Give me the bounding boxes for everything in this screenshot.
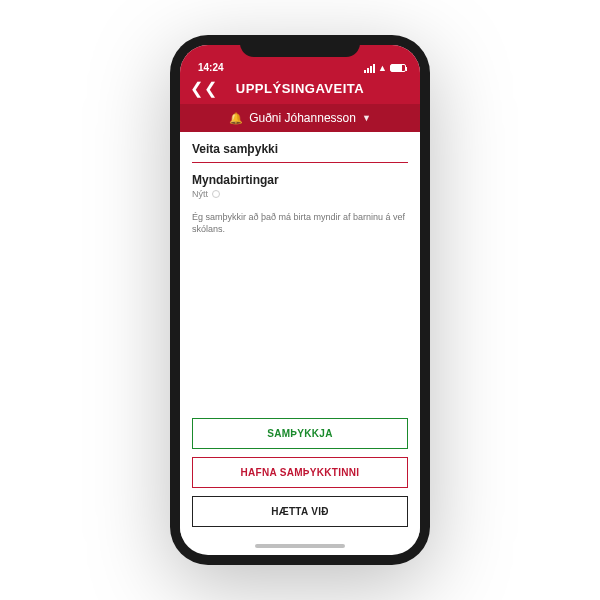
tag-label: Nýtt (192, 189, 208, 199)
consent-description: Ég samþykkir að það má birta myndir af b… (192, 211, 408, 235)
chevron-down-icon: ▼ (362, 113, 371, 123)
status-time: 14:24 (198, 62, 224, 73)
home-indicator[interactable] (180, 537, 420, 555)
approve-button[interactable]: SAMÞYKKJA (192, 418, 408, 449)
content-area: Veita samþykki Myndabirtingar Nýtt Ég sa… (180, 132, 420, 537)
cancel-button[interactable]: HÆTTA VIÐ (192, 496, 408, 527)
consent-item-title: Myndabirtingar (192, 173, 408, 187)
status-indicators: ▲ (364, 63, 406, 73)
wifi-icon: ▲ (378, 63, 387, 73)
consent-item-tag: Nýtt (192, 189, 408, 199)
battery-icon (390, 64, 406, 72)
back-button[interactable]: ❮❮ (190, 79, 217, 98)
status-dot-icon (212, 190, 220, 198)
app-header: ❮❮ UPPLÝSINGAVEITA (180, 75, 420, 104)
reject-button[interactable]: HAFNA SAMÞYKKTINNI (192, 457, 408, 488)
phone-frame: 14:24 ▲ ❮❮ UPPLÝSINGAVEITA 🔔 Guðni Jóhan… (170, 35, 430, 565)
user-name: Guðni Jóhannesson (249, 111, 356, 125)
user-selector[interactable]: 🔔 Guðni Jóhannesson ▼ (180, 104, 420, 132)
bell-icon: 🔔 (229, 112, 243, 125)
device-notch (240, 35, 360, 57)
screen: 14:24 ▲ ❮❮ UPPLÝSINGAVEITA 🔔 Guðni Jóhan… (180, 45, 420, 555)
section-title: Veita samþykki (192, 142, 408, 163)
cellular-icon (364, 64, 375, 73)
header-title: UPPLÝSINGAVEITA (236, 81, 364, 96)
